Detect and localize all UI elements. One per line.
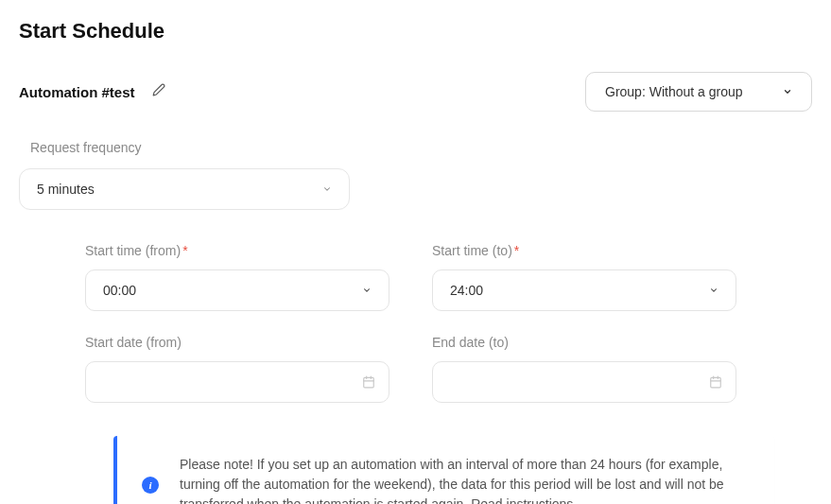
chevron-down-icon [783, 87, 792, 96]
end-date-to-label: End date (to) [432, 335, 736, 350]
notice-text: Please note! If you set up an automation… [180, 455, 750, 504]
start-date-from-label: Start date (from) [85, 335, 390, 350]
start-time-from-value: 00:00 [103, 283, 136, 298]
page-title: Start Schedule [19, 19, 812, 43]
frequency-value: 5 minutes [37, 182, 95, 197]
automation-name: Automation #test [19, 84, 135, 100]
field-label-text: Start time (to) [432, 243, 512, 258]
pencil-icon [152, 83, 165, 96]
start-time-to-group: Start time (to)* 24:00 [432, 243, 736, 311]
notice-box: i Please note! If you set up an automati… [113, 436, 774, 504]
required-mark: * [514, 243, 519, 258]
chevron-down-icon [362, 286, 372, 295]
start-time-to-select[interactable]: 24:00 [432, 269, 736, 311]
svg-rect-4 [711, 377, 721, 388]
start-time-to-value: 24:00 [450, 283, 483, 298]
automation-name-wrap: Automation #test [19, 83, 165, 100]
frequency-label: Request frequency [30, 140, 812, 155]
header-row: Automation #test Group: Without a group [19, 72, 812, 112]
edit-name-button[interactable] [152, 83, 165, 100]
calendar-icon [362, 375, 375, 389]
start-time-from-select[interactable]: 00:00 [85, 269, 390, 311]
calendar-icon [709, 375, 722, 389]
chevron-down-icon [709, 286, 718, 295]
frequency-select[interactable]: 5 minutes [19, 168, 350, 210]
start-date-from-group: Start date (from) [85, 335, 390, 403]
chevron-down-icon [322, 184, 332, 194]
group-select[interactable]: Group: Without a group [585, 72, 812, 112]
end-date-to-group: End date (to) [432, 335, 736, 403]
svg-rect-0 [364, 377, 374, 388]
start-time-to-label: Start time (to)* [432, 243, 736, 258]
info-icon: i [142, 477, 159, 494]
field-label-text: Start time (from) [85, 243, 181, 258]
start-time-from-group: Start time (from)* 00:00 [85, 243, 390, 311]
schedule-fields: Start time (from)* 00:00 Start time (to)… [19, 243, 812, 403]
end-date-to-input[interactable] [432, 361, 736, 403]
start-time-from-label: Start time (from)* [85, 243, 390, 258]
start-date-from-input[interactable] [85, 361, 390, 403]
required-mark: * [182, 243, 187, 258]
group-select-value: Group: Without a group [605, 84, 743, 99]
